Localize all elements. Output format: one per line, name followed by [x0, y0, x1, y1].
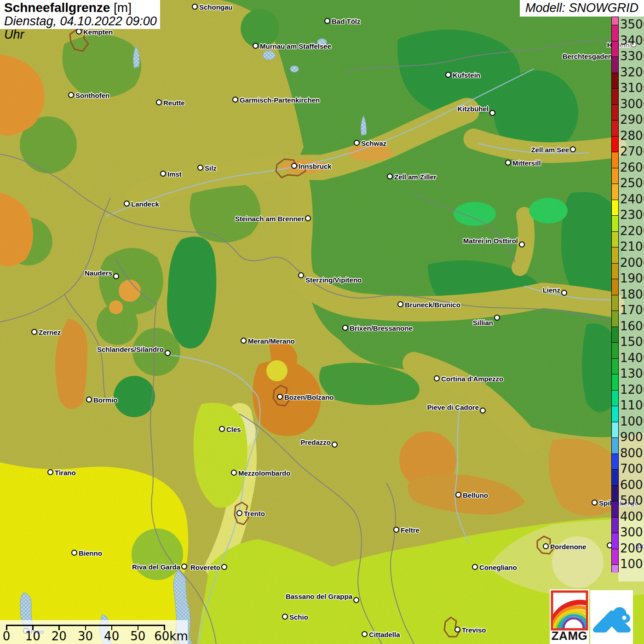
city-marker	[480, 408, 486, 414]
colorbar-segment	[612, 390, 618, 406]
colorbar-tick-label: 3000	[620, 97, 644, 111]
city-label: Bormio	[93, 396, 118, 404]
city-marker	[472, 564, 478, 570]
colorbar-tick-label: 2100	[620, 239, 644, 254]
colorbar-tick-label: 400	[620, 509, 643, 524]
zamg-rainbow-icon	[550, 589, 589, 632]
colorbar-segment	[612, 374, 618, 390]
zamg-wordmark: ZAMG	[550, 629, 589, 643]
colorbar-segment	[612, 485, 618, 501]
colorbar-segment	[612, 73, 618, 89]
colorbar-segment	[612, 17, 618, 25]
city-label: Reutte	[163, 99, 185, 107]
city-label: Matrei in Osttirol	[463, 237, 518, 245]
city-label: Pieve di Cadore	[427, 403, 479, 411]
colorbar-segment	[612, 184, 618, 200]
colorbar-segment	[612, 41, 618, 57]
city-label: Bozen/Bolzano	[284, 393, 334, 401]
colorbar-tick-label: 900	[620, 430, 643, 444]
colorbar-segment	[612, 310, 618, 327]
city-marker	[324, 18, 330, 24]
city-marker	[387, 173, 393, 179]
title-datetime: Dienstag, 04.10.2022 09:00 Uhr	[4, 15, 160, 41]
colorbar-tick-label: 2200	[620, 224, 644, 238]
city-label: Silz	[205, 164, 217, 172]
colorbar-segment	[612, 88, 618, 104]
city-label: Trento	[244, 510, 265, 518]
city-label: Berchtesgaden	[563, 52, 612, 60]
city-label: Mezzolombardo	[238, 469, 290, 477]
city-label: Cortina d'Ampezzo	[441, 375, 503, 383]
city-label: Zernez	[39, 328, 61, 336]
city-label: Feltre	[401, 526, 420, 534]
city-marker	[31, 329, 37, 335]
colorbar-tick-label: 3500	[620, 17, 644, 32]
colorbar-tick-label: 700	[620, 461, 643, 476]
colorbar-segment	[612, 549, 618, 565]
city-label: Sterzing/Vipiteno	[305, 276, 362, 284]
city-label: Bassano del Grappa	[286, 592, 352, 600]
city-label: Bienno	[79, 549, 102, 557]
colorbar-segment	[612, 437, 618, 454]
colorbar-segment	[612, 168, 618, 184]
colorbar-tick-label: 1600	[620, 319, 644, 334]
colorbar-tick-label: 2300	[620, 207, 644, 222]
city-marker	[236, 510, 242, 516]
city-label: Schio	[289, 613, 308, 621]
colorbar-segment	[612, 564, 618, 572]
city-marker	[160, 171, 166, 177]
city-label: Mittersill	[512, 159, 541, 167]
colorbar-segment	[612, 279, 618, 295]
colorbar-tick-label: 1100	[620, 398, 644, 413]
city-marker	[221, 564, 227, 570]
city-marker	[354, 140, 360, 146]
colorbar-tick-label: 800	[620, 446, 643, 460]
city-label: Lienz	[543, 286, 560, 294]
city-label: Riva del Garda	[132, 563, 180, 571]
city-marker	[124, 201, 130, 207]
city-label: Zell am See	[531, 146, 569, 154]
city-marker	[342, 325, 348, 331]
city-label: Schwaz	[361, 139, 386, 147]
city-marker	[445, 72, 451, 78]
colorbar-segment	[612, 469, 618, 485]
colorbar-segment	[612, 295, 618, 311]
colorbar-segment	[612, 454, 618, 470]
city-label: Predazzo	[300, 438, 331, 446]
city-label: Schlanders/Silandro	[97, 345, 164, 353]
scale-label: 50	[120, 629, 156, 643]
city-marker	[519, 242, 525, 247]
colorbar-segment	[612, 327, 618, 343]
zamg-logo: ZAMG	[550, 589, 589, 644]
city-label: Cles	[226, 426, 241, 433]
colorbar-tick-label: 3300	[620, 49, 644, 63]
city-label: Nauders	[85, 269, 112, 277]
colorbar-tick-label: 3200	[620, 65, 644, 80]
partner-logo	[590, 590, 633, 644]
colorbar-tick-label: 1500	[620, 334, 644, 349]
colorbar-segment	[612, 57, 618, 73]
colorbar-tick-label: 2900	[620, 112, 644, 127]
colorbar-segment	[612, 406, 618, 422]
colorbar	[611, 17, 619, 572]
city-marker	[434, 375, 440, 381]
city-marker	[494, 315, 500, 321]
colorbar-segment	[612, 136, 618, 152]
city-marker	[192, 4, 198, 10]
city-label: Tirano	[55, 469, 76, 477]
colorbar-tick-label: 300	[620, 525, 643, 540]
colorbar-tick-label: 1400	[620, 351, 644, 365]
title-parameter: Schneefallgrenze	[4, 0, 110, 15]
city-marker	[305, 215, 311, 221]
colorbar-segment	[612, 533, 618, 549]
scale-label: 60km	[153, 629, 190, 643]
colorbar-tick-label: 1200	[620, 382, 644, 397]
city-label: Innsbruck	[299, 162, 332, 170]
colorbar-segment	[612, 215, 618, 231]
city-label: Steinach am Brenner	[235, 215, 304, 223]
colorbar-tick-label: 600	[620, 477, 643, 492]
city-label: Sillian	[473, 319, 493, 327]
city-marker	[489, 110, 495, 116]
city-label: Meran/Merano	[248, 337, 295, 345]
city-marker	[241, 338, 247, 344]
